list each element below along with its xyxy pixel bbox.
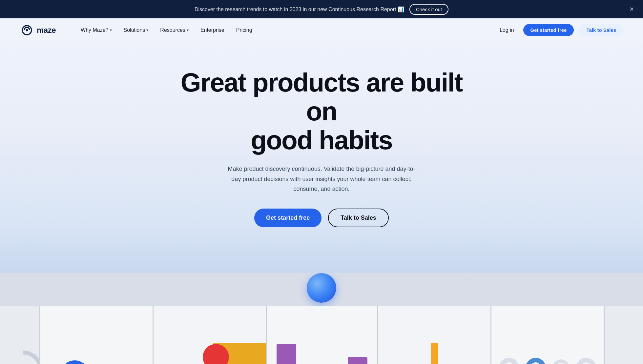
announcement-banner: Discover the research trends to watch in… (0, 0, 643, 18)
shelf-segment-5 (490, 306, 604, 364)
shelf-segment-left-edge (0, 306, 39, 364)
arch-decoration (23, 351, 39, 364)
talk-sales-nav-button[interactable]: Talk to Sales (579, 24, 623, 36)
product-showcase (0, 273, 643, 364)
shelves-area (0, 306, 643, 364)
ring-container (498, 306, 597, 364)
logo-link[interactable]: maze (20, 24, 56, 36)
shelf-segment-2 (153, 306, 266, 364)
nav-links: Why Maze? ▾ Solutions ▾ Resources ▾ Ente… (75, 25, 496, 36)
ring-4 (575, 358, 597, 364)
nav-pricing[interactable]: Pricing (231, 25, 258, 36)
shapes-seg4 (378, 306, 490, 364)
login-button[interactable]: Log in (496, 25, 518, 36)
ring-2-blue (525, 358, 547, 364)
bar-1 (277, 344, 296, 364)
shelf-segment-1 (39, 306, 153, 364)
logo-text: maze (37, 26, 56, 35)
nav-actions: Log in Get started free Talk to Sales (496, 24, 623, 36)
shelf-segment-4 (377, 306, 490, 364)
chevron-down-icon: ▾ (110, 28, 112, 32)
blue-ball-decoration (307, 273, 336, 303)
navbar: maze Why Maze? ▾ Solutions ▾ Resources ▾… (0, 18, 643, 42)
nav-why-maze[interactable]: Why Maze? ▾ (75, 25, 117, 36)
shelf-segment-right-edge (604, 306, 643, 364)
get-started-nav-button[interactable]: Get started free (523, 24, 574, 36)
chevron-down-icon: ▾ (146, 28, 148, 32)
banner-text: Discover the research trends to watch in… (195, 6, 404, 12)
bar-4 (348, 357, 367, 364)
shapes-seg1 (40, 306, 153, 364)
blue-circle-shape (60, 360, 90, 364)
hero-buttons: Get started free Talk to Sales (13, 209, 630, 227)
shelf-segment-3 (266, 306, 377, 364)
shelf-row (0, 306, 643, 364)
ring-1 (498, 358, 520, 364)
close-banner-button[interactable]: × (630, 6, 634, 13)
maze-logo-icon (20, 24, 34, 36)
shapes-seg2 (154, 306, 266, 364)
ring-3 (551, 359, 570, 364)
hero-title: Great products are built on good habits (174, 68, 469, 155)
hero-subtitle: Make product discovery continuous. Valid… (226, 164, 417, 194)
nav-enterprise[interactable]: Enterprise (195, 25, 230, 36)
pencil-shape (431, 343, 438, 364)
nav-solutions[interactable]: Solutions ▾ (118, 25, 154, 36)
left-edge-shapes (0, 306, 39, 364)
showcase-inner (0, 273, 643, 364)
hero-talk-sales-button[interactable]: Talk to Sales (328, 209, 389, 227)
svg-point-0 (26, 29, 28, 31)
check-it-out-button[interactable]: Check it out (409, 4, 448, 15)
chevron-down-icon: ▾ (187, 28, 189, 32)
nav-resources[interactable]: Resources ▾ (155, 25, 194, 36)
hero-get-started-button[interactable]: Get started free (254, 209, 322, 227)
bar-chart (277, 331, 367, 364)
hero-section: Great products are built on good habits … (0, 42, 643, 273)
